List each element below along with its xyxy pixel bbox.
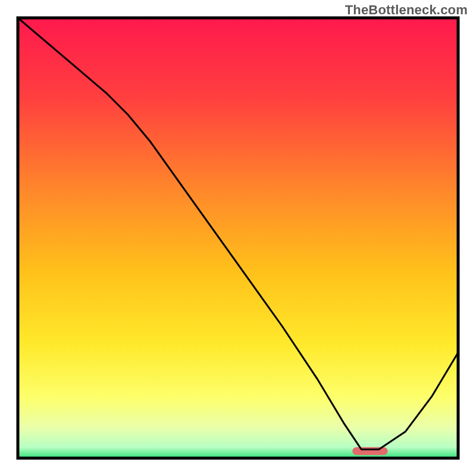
watermark-text: TheBottleneck.com (345, 2, 468, 18)
gradient-background (18, 18, 458, 458)
bottleneck-chart (0, 0, 476, 476)
plot-area (18, 18, 458, 458)
optimal-marker (352, 447, 387, 455)
